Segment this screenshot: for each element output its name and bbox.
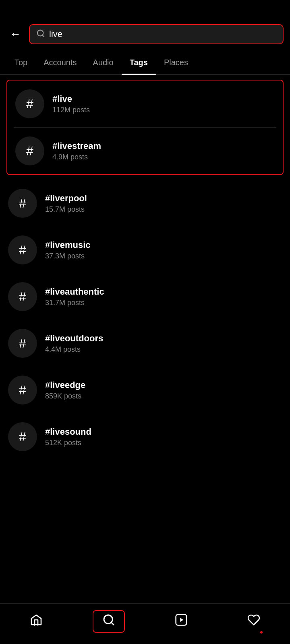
hashtag-icon: #: [8, 282, 37, 311]
tag-count: 112M posts: [52, 106, 90, 114]
tag-count: 37.3M posts: [45, 252, 91, 260]
tab-accounts[interactable]: Accounts: [35, 51, 85, 74]
tab-places[interactable]: Places: [156, 51, 196, 74]
bottom-navigation: [0, 603, 290, 644]
tabs-bar: Top Accounts Audio Tags Places: [0, 51, 290, 75]
list-item[interactable]: # #livemusic 37.3M posts: [0, 227, 290, 273]
tag-name: #live: [52, 94, 90, 104]
tag-info: #livemusic 37.3M posts: [45, 240, 91, 260]
list-item[interactable]: # #live 112M posts: [7, 80, 283, 127]
tag-info: #liveedge 859K posts: [45, 380, 85, 400]
nav-item-activity[interactable]: [238, 610, 270, 633]
tag-name: #liverpool: [45, 193, 87, 204]
tag-info: #liveauthentic 31.7M posts: [45, 287, 104, 307]
tag-name: #liveedge: [45, 380, 85, 390]
tag-count: 859K posts: [45, 392, 85, 400]
svg-line-1: [42, 35, 44, 37]
hashtag-icon: #: [8, 329, 37, 358]
nav-item-search[interactable]: [93, 610, 125, 633]
hashtag-icon: #: [8, 235, 37, 264]
tag-count: 512K posts: [45, 439, 91, 447]
hashtag-icon: #: [8, 376, 37, 405]
list-item[interactable]: # #livesound 512K posts: [0, 413, 290, 460]
tag-info: #livestream 4.9M posts: [52, 141, 101, 161]
tag-name: #livesound: [45, 427, 91, 437]
header: ←: [0, 0, 290, 49]
hashtag-icon: #: [15, 136, 44, 165]
tag-info: #liveoutdoors 4.4M posts: [45, 333, 103, 354]
tag-info: #liverpool 15.7M posts: [45, 193, 87, 214]
hashtag-icon: #: [15, 89, 44, 118]
reels-icon: [175, 613, 188, 630]
nav-item-home[interactable]: [20, 610, 52, 633]
tag-name: #livestream: [52, 141, 101, 151]
tag-count: 4.9M posts: [52, 153, 101, 161]
list-item[interactable]: # #livestream 4.9M posts: [7, 128, 283, 174]
hashtag-icon: #: [8, 189, 37, 218]
tag-count: 15.7M posts: [45, 205, 87, 214]
search-bar-container: [29, 24, 284, 44]
activity-dot: [260, 631, 263, 634]
highlighted-tag-group: # #live 112M posts # #livestream 4.9M po…: [6, 80, 284, 175]
tag-count: 4.4M posts: [45, 345, 103, 354]
tag-count: 31.7M posts: [45, 299, 104, 307]
list-item[interactable]: # #liveedge 859K posts: [0, 367, 290, 413]
svg-marker-5: [180, 618, 183, 622]
hashtag-icon: #: [8, 422, 37, 451]
tag-name: #liveoutdoors: [45, 333, 103, 344]
back-button[interactable]: ←: [6, 26, 24, 42]
search-icon: [36, 29, 45, 39]
home-icon: [30, 613, 43, 630]
tag-info: #live 112M posts: [52, 94, 90, 114]
tab-tags[interactable]: Tags: [122, 51, 156, 74]
nav-item-reels[interactable]: [165, 610, 197, 633]
tag-name: #liveauthentic: [45, 287, 104, 297]
search-nav-icon: [102, 613, 115, 630]
list-item[interactable]: # #liverpool 15.7M posts: [0, 180, 290, 227]
list-item[interactable]: # #liveoutdoors 4.4M posts: [0, 320, 290, 367]
list-item[interactable]: # #liveauthentic 31.7M posts: [0, 273, 290, 320]
svg-line-3: [111, 622, 114, 625]
heart-icon: [247, 613, 260, 630]
tab-top[interactable]: Top: [6, 51, 35, 74]
tag-name: #livemusic: [45, 240, 91, 250]
tag-list: # #live 112M posts # #livestream 4.9M po…: [0, 80, 290, 460]
tag-info: #livesound 512K posts: [45, 427, 91, 447]
bottom-spacer: [0, 460, 290, 508]
tab-audio[interactable]: Audio: [85, 51, 122, 74]
search-input[interactable]: [49, 29, 276, 39]
